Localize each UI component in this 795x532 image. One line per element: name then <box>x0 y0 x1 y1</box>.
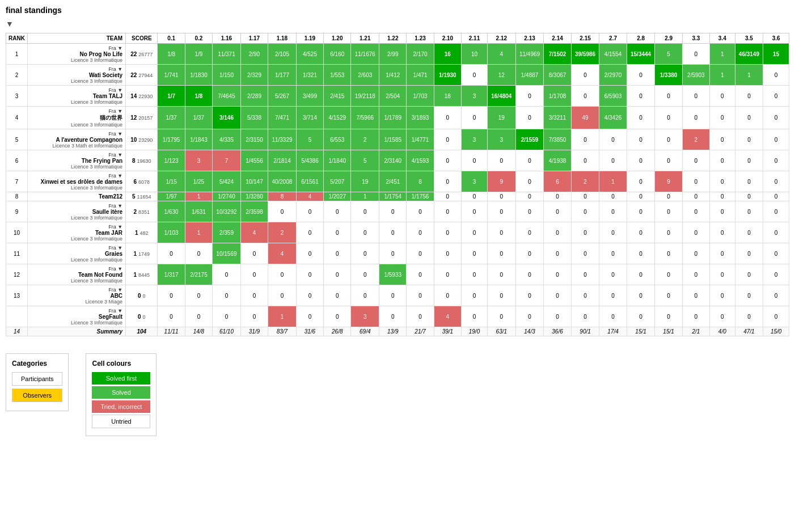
problem-cell: 0 <box>351 222 379 243</box>
problem-cell: 6 <box>544 171 571 192</box>
problem-cell: 0 <box>682 86 709 107</box>
col-prob-3: 1.17 <box>240 33 268 44</box>
problem-cell: 0 <box>599 129 627 150</box>
col-prob-19: 3.3 <box>682 33 709 44</box>
problem-cell: 4/1593 <box>407 150 434 171</box>
score-pts: 1 <box>134 251 137 257</box>
score-pts: 104 <box>137 328 146 335</box>
team-cell: Team212 <box>27 192 125 201</box>
score-pts: 6 <box>134 179 137 185</box>
problem-cell: 5 <box>655 44 682 65</box>
score-pts: 22 <box>130 72 137 78</box>
cell-colours-title: Cell colours <box>92 360 150 368</box>
problem-cell: 0 <box>407 264 434 285</box>
score-cell: 5 11654 <box>126 192 158 201</box>
problem-cell: 0 <box>515 150 544 171</box>
problem-cell: 0 <box>763 285 789 306</box>
problem-cell: 0 <box>599 243 627 264</box>
problem-cell: 2/1559 <box>515 129 544 150</box>
rank-cell: 10 <box>6 222 28 243</box>
team-flag: Fra ▼ <box>108 108 122 114</box>
problem-cell: 0 <box>710 192 735 201</box>
col-prob-5: 1.19 <box>296 33 323 44</box>
problem-cell: 0 <box>407 201 434 222</box>
team-name: Team Not Found <box>29 272 122 278</box>
problem-cell: 1/1756 <box>407 192 434 201</box>
filter-icon[interactable]: ▼ <box>6 19 789 28</box>
problem-cell: 4/335 <box>213 129 241 150</box>
team-subtitle: Licence 3 Informatique <box>29 215 122 221</box>
problem-cell: 83/7 <box>268 327 297 336</box>
problem-cell: 0 <box>544 243 571 264</box>
score-pts: 12 <box>130 115 137 121</box>
problem-cell: 4/0 <box>710 327 735 336</box>
problem-cell: 18 <box>434 86 461 107</box>
problem-cell: 0 <box>763 129 789 150</box>
problem-cell: 11/1676 <box>351 44 379 65</box>
problem-cell: 0 <box>515 107 544 129</box>
score-pts: 14 <box>130 93 137 99</box>
problem-cell: 46/3149 <box>735 44 763 65</box>
score-cell: 10 23290 <box>126 129 158 150</box>
problem-cell: 1/103 <box>158 222 185 243</box>
problem-cell: 1/1830 <box>185 65 212 86</box>
score-cell: 12 20157 <box>126 107 158 129</box>
problem-cell: 1 <box>599 171 627 192</box>
problem-cell: 0 <box>627 150 655 171</box>
score-time: 26777 <box>138 52 153 57</box>
team-flag: Fra ▼ <box>108 308 122 314</box>
problem-cell: 15/1 <box>627 327 655 336</box>
problem-cell: 4 <box>268 243 297 264</box>
problem-cell: 1/1754 <box>379 192 407 201</box>
score-cell: 22 26777 <box>126 44 158 65</box>
problem-cell: 0 <box>544 285 571 306</box>
problem-cell: 3/714 <box>296 107 323 129</box>
rank-cell: 8 <box>6 192 28 201</box>
problem-cell: 0 <box>571 150 599 171</box>
problem-cell: 0 <box>735 243 763 264</box>
problem-cell: 0 <box>462 285 488 306</box>
problem-cell: 0 <box>763 171 789 192</box>
problem-cell: 39/1 <box>434 327 461 336</box>
problem-cell: 0 <box>763 192 789 201</box>
problem-cell: 1/4887 <box>515 65 544 86</box>
col-prob-12: 2.12 <box>487 33 515 44</box>
problem-cell: 0 <box>763 222 789 243</box>
score-pts: 0 <box>138 314 141 320</box>
problem-cell: 2/289 <box>240 86 268 107</box>
problem-cell: 2/415 <box>324 86 351 107</box>
problem-cell: 0 <box>324 201 351 222</box>
problem-cell: 0 <box>515 264 544 285</box>
team-flag: Fra ▼ <box>108 152 122 158</box>
problem-cell: 0 <box>434 107 461 129</box>
score-time: 22930 <box>138 94 153 99</box>
problem-cell: 0 <box>763 201 789 222</box>
problem-cell: 0 <box>682 264 709 285</box>
problem-cell: 7/4645 <box>213 86 241 107</box>
problem-cell: 4 <box>434 306 461 327</box>
problem-cell: 0 <box>710 264 735 285</box>
problem-cell: 0 <box>324 285 351 306</box>
problem-cell: 15/3444 <box>627 44 655 65</box>
col-prob-15: 2.15 <box>571 33 599 44</box>
problem-cell: 0 <box>434 192 461 201</box>
problem-cell: 31/9 <box>240 327 268 336</box>
score-time: 27944 <box>138 73 153 78</box>
problem-cell: 11/3329 <box>268 129 297 150</box>
problem-cell: 2/1 <box>682 327 709 336</box>
problem-cell: 0 <box>735 129 763 150</box>
score-cell: 1 1749 <box>126 243 158 264</box>
problem-cell: 31/6 <box>296 327 323 336</box>
team-flag: Fra ▼ <box>108 45 122 51</box>
problem-cell: 2/504 <box>379 86 407 107</box>
problem-cell: 0 <box>627 306 655 327</box>
problem-cell: 2/2970 <box>599 65 627 86</box>
problem-cell: 19/0 <box>462 327 488 336</box>
problem-cell: 0 <box>487 222 515 243</box>
team-subtitle: Licence 3 Miage <box>29 299 122 305</box>
rank-cell: 4 <box>6 107 28 129</box>
problem-cell: 1/3380 <box>655 65 682 86</box>
team-name: A l'aventure Compagnon <box>29 137 122 143</box>
problem-cell: 0 <box>240 306 268 327</box>
problem-cell: 21/7 <box>407 327 434 336</box>
